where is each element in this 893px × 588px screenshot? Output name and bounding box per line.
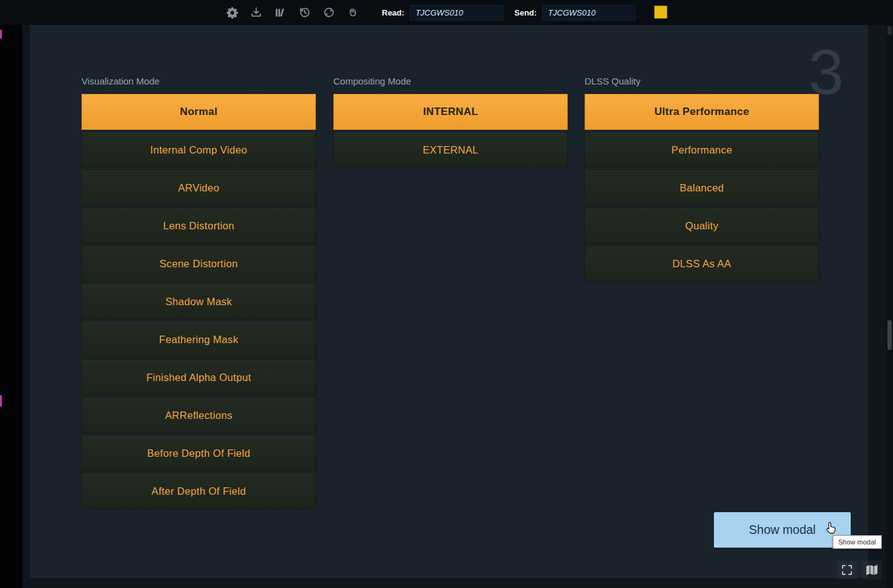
option-internal[interactable]: INTERNAL [333, 94, 568, 130]
status-indicator [654, 6, 667, 19]
option-group-compositing-mode: Compositing ModeINTERNALEXTERNAL [333, 76, 568, 170]
toolbar [225, 0, 360, 25]
group-label: Visualization Mode [81, 76, 316, 88]
option-after-depth-of-field[interactable]: After Depth Of Field [81, 473, 316, 509]
expand-icon[interactable] [837, 561, 857, 579]
read-input[interactable] [410, 5, 503, 21]
option-group-visualization-mode: Visualization ModeNormalInternal Comp Vi… [81, 76, 316, 511]
option-arvideo[interactable]: ARVideo [81, 170, 316, 206]
scrollbar-cap [887, 26, 892, 35]
refresh-icon[interactable] [322, 4, 336, 21]
option-lens-distortion[interactable]: Lens Distortion [81, 208, 316, 244]
screen: { "topbar": { "icons": ["gear-icon","dow… [0, 0, 893, 588]
option-finished-alpha-output[interactable]: Finished Alpha Output [81, 359, 316, 395]
library-icon[interactable] [274, 4, 287, 21]
option-shadow-mask[interactable]: Shadow Mask [81, 283, 316, 319]
option-external[interactable]: EXTERNAL [333, 132, 568, 168]
send-label: Send: [514, 8, 537, 17]
option-before-depth-of-field[interactable]: Before Depth Of Field [81, 435, 316, 471]
download-icon[interactable] [249, 4, 263, 21]
option-performance[interactable]: Performance [585, 132, 819, 168]
option-scene-distortion[interactable]: Scene Distortion [81, 246, 316, 282]
left-edge-strip [0, 25, 22, 588]
tooltip: Show modal [833, 535, 882, 549]
video-artifact [0, 395, 2, 407]
option-normal[interactable]: Normal [81, 94, 316, 130]
show-modal-button[interactable]: Show modal [714, 512, 851, 548]
option-internal-comp-video[interactable]: Internal Comp Video [81, 132, 316, 168]
scrollbar-thumb[interactable] [887, 320, 892, 350]
scrollbar-track [886, 25, 893, 588]
corner-buttons [837, 561, 882, 579]
option-dlss-as-aa[interactable]: DLSS As AA [585, 246, 819, 282]
send-field: Send: [514, 0, 636, 25]
option-ultra-performance[interactable]: Ultra Performance [585, 94, 819, 130]
send-input[interactable] [542, 5, 636, 21]
read-label: Read: [382, 8, 404, 17]
read-field: Read: [382, 0, 503, 25]
map-icon[interactable] [862, 561, 882, 579]
main-panel: 3 Visualization ModeNormalInternal Comp … [30, 25, 868, 578]
option-quality[interactable]: Quality [585, 208, 819, 244]
option-balanced[interactable]: Balanced [585, 170, 819, 206]
video-artifact [0, 30, 2, 39]
option-group-dlss-quality: DLSS QualityUltra PerformancePerformance… [585, 76, 819, 283]
option-arreflections[interactable]: ARReflections [81, 397, 316, 433]
group-label: Compositing Mode [333, 76, 568, 88]
gear-icon[interactable] [225, 4, 239, 21]
hand-icon[interactable] [346, 4, 360, 21]
group-label: DLSS Quality [585, 76, 819, 88]
history-icon[interactable] [298, 4, 312, 21]
topbar: Read: Send: [0, 0, 893, 25]
option-feathering-mask[interactable]: Feathering Mask [81, 321, 316, 357]
